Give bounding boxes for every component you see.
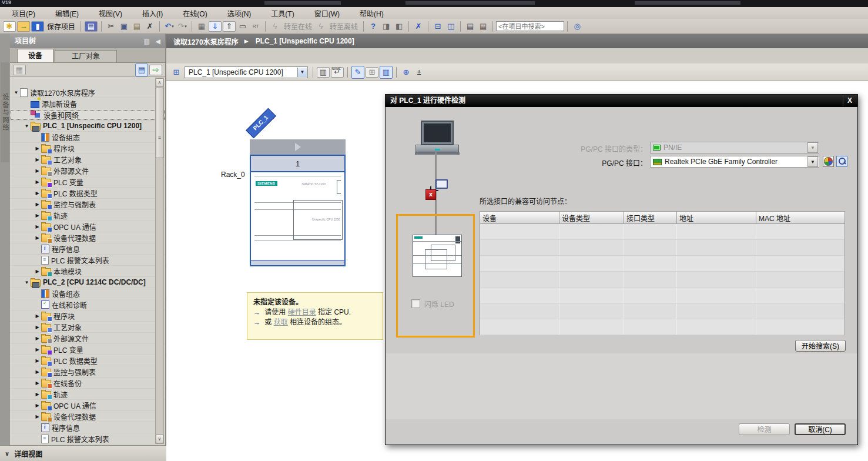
print-icon[interactable]: ▤ bbox=[85, 21, 98, 32]
tree-item[interactable]: 设备和网络 bbox=[10, 109, 165, 121]
split-horizontal-icon[interactable]: ⊟ bbox=[432, 21, 444, 32]
interface-properties-button[interactable] bbox=[823, 156, 834, 167]
table-row[interactable] bbox=[480, 256, 844, 272]
hardware-catalog-link[interactable]: 硬件目录 bbox=[288, 308, 316, 316]
rack-slot[interactable]: 1 SIEMENS SIMATIC S7-1200 Unspecific CPU… bbox=[250, 155, 346, 266]
menu-item-0[interactable]: 项目(P) bbox=[6, 8, 41, 19]
tree-item[interactable]: ▶轨迹 bbox=[10, 389, 165, 400]
redo-icon[interactable]: ↷▾ bbox=[176, 21, 188, 32]
tree-item[interactable]: 设备组态 bbox=[10, 288, 165, 299]
tree-item[interactable]: PLC 报警文本列表 bbox=[10, 433, 165, 445]
save-project-label[interactable]: 保存项目 bbox=[47, 21, 75, 31]
tree-item[interactable]: ▶程序块 bbox=[10, 310, 165, 322]
tree-item[interactable]: ▶工艺对象 bbox=[10, 322, 165, 333]
pgpc-interface-dropdown[interactable]: Realtek PCIe GbE Family Controller ▼ bbox=[650, 156, 819, 168]
menu-item-8[interactable]: 帮助(H) bbox=[354, 8, 390, 19]
columns-icon[interactable]: ▥ bbox=[144, 34, 150, 48]
column-header[interactable]: MAC 地址 bbox=[756, 212, 844, 223]
breadcrumb-project[interactable]: 读取1270水泵房程序 bbox=[173, 36, 239, 46]
snap-grid-icon[interactable]: ⊞ bbox=[366, 67, 378, 78]
tree-item[interactable]: ▶监控与强制表 bbox=[10, 199, 165, 210]
keyboard-cancel-icon[interactable]: ▤ bbox=[477, 21, 489, 32]
breadcrumb-device[interactable]: PLC_1 [Unspecific CPU 1200] bbox=[256, 37, 354, 45]
menu-item-6[interactable]: 工具(T) bbox=[265, 8, 300, 19]
overview-columns-icon[interactable]: ▥ bbox=[380, 66, 393, 79]
open-project-icon[interactable]: → bbox=[17, 21, 30, 32]
tree-item[interactable]: ▶本地模块 bbox=[10, 266, 165, 277]
expander-icon[interactable]: ▶ bbox=[33, 380, 41, 386]
tab-devices[interactable]: 设备 bbox=[17, 49, 53, 62]
slot-number[interactable]: 1 bbox=[251, 156, 344, 172]
tree-item[interactable]: ▼PLC_1 [Unspecific CPU 1200] bbox=[10, 121, 165, 132]
zoom-icon[interactable]: ⊕ bbox=[400, 66, 412, 78]
table-row[interactable] bbox=[480, 224, 844, 240]
table-row[interactable] bbox=[480, 303, 844, 319]
expander-icon[interactable]: ▶ bbox=[33, 414, 41, 419]
project-search-input[interactable] bbox=[496, 21, 564, 31]
plc-name-tag[interactable]: PLC_1 bbox=[246, 108, 276, 139]
devices-networks-vertical-tab[interactable]: 设备与网络 bbox=[1, 62, 9, 162]
column-header[interactable]: 设备 bbox=[480, 212, 559, 223]
tree-item[interactable]: ▶外部源文件 bbox=[10, 333, 165, 344]
name-editor-icon[interactable]: NAME↵ bbox=[331, 67, 344, 78]
go-online-label[interactable]: 转至在线 bbox=[284, 21, 312, 31]
delete-icon[interactable]: ✗ bbox=[144, 21, 156, 32]
undo-icon[interactable]: ↶▾ bbox=[163, 21, 175, 32]
tree-item[interactable]: 程序信息 bbox=[10, 422, 165, 433]
online-diagnostics-icon[interactable]: ? bbox=[367, 21, 379, 32]
split-vertical-icon[interactable]: ◫ bbox=[445, 21, 457, 32]
new-project-icon[interactable]: ✱ bbox=[3, 21, 16, 32]
go-offline-icon[interactable]: ϟ bbox=[315, 21, 327, 32]
upload-from-device-icon[interactable]: ⇑ bbox=[223, 21, 236, 32]
tree-item[interactable]: ▶外部源文件 bbox=[10, 165, 165, 176]
scrollbar-grip-icon[interactable]: ≡ bbox=[156, 135, 163, 141]
expander-icon[interactable]: ▶ bbox=[33, 369, 41, 375]
expander-icon[interactable]: ▶ bbox=[33, 224, 41, 229]
library-icon[interactable]: ▦ bbox=[196, 21, 207, 32]
global-search-icon[interactable]: ◎ bbox=[571, 21, 583, 32]
cancel-button[interactable]: 取消(C) bbox=[795, 423, 846, 435]
tree-item[interactable]: ▶设备代理数据 bbox=[10, 411, 165, 422]
expander-icon[interactable]: ▶ bbox=[33, 392, 41, 397]
scroll-down-icon[interactable]: ∨ bbox=[156, 435, 163, 443]
menu-item-3[interactable]: 插入(I) bbox=[136, 8, 169, 19]
tree-item[interactable]: ▶在线备份 bbox=[10, 378, 165, 389]
collapse-panel-icon[interactable]: ◀ bbox=[156, 34, 160, 48]
tree-item[interactable]: ▶OPC UA 通信 bbox=[10, 221, 165, 232]
tab-plant-objects[interactable]: 工厂对象 bbox=[55, 50, 117, 62]
zoom-level-icon[interactable]: ± bbox=[413, 66, 425, 78]
expander-icon[interactable]: ▶ bbox=[33, 403, 41, 408]
chevron-down-icon[interactable]: ▼ bbox=[807, 156, 818, 167]
close-icon[interactable]: X bbox=[843, 95, 856, 106]
cross-reference-icon[interactable]: ✗ bbox=[413, 21, 424, 32]
menu-item-4[interactable]: 在线(O) bbox=[177, 8, 213, 19]
expander-icon[interactable]: ▼ bbox=[12, 90, 20, 95]
tree-item[interactable]: ▶程序块 bbox=[10, 143, 165, 154]
expander-icon[interactable]: ▶ bbox=[33, 235, 41, 240]
detect-button[interactable]: 检测 bbox=[739, 423, 790, 435]
tree-item[interactable]: ▶PLC 数据类型 bbox=[10, 188, 165, 199]
highlight-io-icon[interactable]: ✎ bbox=[351, 66, 364, 79]
expander-icon[interactable]: ▶ bbox=[33, 191, 41, 196]
tree-item[interactable]: ▶PLC 数据类型 bbox=[10, 355, 165, 366]
dialog-titlebar[interactable]: 对 PLC_1 进行硬件检测 bbox=[386, 95, 857, 107]
expander-icon[interactable]: ▼ bbox=[23, 123, 31, 129]
rack-top-bar[interactable] bbox=[250, 139, 346, 155]
cpu-drawing[interactable]: SIEMENS SIMATIC S7-1200 Unspecific CPU 1… bbox=[254, 176, 341, 257]
menu-item-7[interactable]: 窗口(W) bbox=[309, 8, 346, 19]
download-to-device-icon[interactable]: ⇓ bbox=[209, 21, 222, 32]
list-view-icon[interactable]: ▤ bbox=[135, 64, 148, 76]
expander-icon[interactable]: ▼ bbox=[23, 280, 31, 285]
tree-item[interactable]: 在线和诊断 bbox=[10, 299, 165, 310]
chevron-down-icon[interactable]: ▼ bbox=[297, 68, 307, 77]
expander-icon[interactable]: ▶ bbox=[33, 347, 41, 352]
expander-icon[interactable]: ▶ bbox=[33, 325, 41, 330]
menu-item-2[interactable]: 视图(V) bbox=[93, 8, 128, 19]
tree-item[interactable]: 添加新设备 bbox=[10, 98, 165, 109]
start-sim-icon[interactable]: ◨ bbox=[380, 21, 392, 32]
paste-icon[interactable]: ▤ bbox=[131, 21, 143, 32]
stop-sim-icon[interactable]: ◧ bbox=[393, 21, 405, 32]
expander-icon[interactable]: ▶ bbox=[33, 269, 41, 274]
expander-icon[interactable]: ▶ bbox=[33, 146, 41, 151]
table-row[interactable] bbox=[480, 288, 844, 303]
